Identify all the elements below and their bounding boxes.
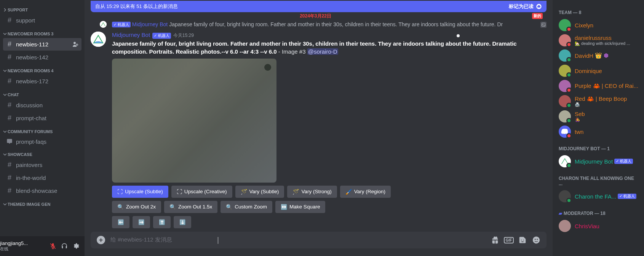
chevron-down-icon — [3, 32, 7, 36]
gift-button[interactable] — [491, 236, 499, 244]
resize-icon: ↔️ — [281, 204, 287, 210]
member-category-mj-bot: MIDJOURNEY BOT — 1 — [556, 139, 641, 154]
settings-button[interactable] — [70, 240, 81, 252]
hash-icon: # — [6, 187, 13, 195]
message: Midjourney Bot ✓ 机器人 今天15:29 Japanese fa… — [85, 29, 547, 228]
chevron-right-icon — [3, 8, 7, 12]
member-purple[interactable]: Purple 🦀 | CEO of Rai... — [556, 78, 641, 94]
bot-tag: ✓ 机器人 — [152, 33, 171, 39]
image-attachment-icon — [540, 22, 547, 28]
member-midjourney-bot[interactable]: Midjourney Bot ✓ 机器人 — [556, 154, 641, 169]
upscale-subtle-button[interactable]: ⛶Upscale (Subtle) — [112, 186, 168, 198]
member-category-team: TEAM — 8 — [556, 3, 641, 17]
new-messages-text: 自从 15:29 以来有 51 条以上的新消息 — [95, 3, 178, 9]
pan-left-button[interactable]: ⬅️ — [112, 216, 129, 228]
channel-newbies-112[interactable]: # newbies-112 — [3, 38, 81, 51]
referenced-avatar — [100, 21, 107, 28]
category-newcomer-4[interactable]: NEWCOMER ROOMS 4 — [0, 64, 85, 75]
channel-prompt-chat[interactable]: # prompt-chat — [3, 112, 81, 124]
channel-newbies-142[interactable]: # newbies-142 — [3, 51, 81, 64]
make-square-button[interactable]: ↔️Make Square — [275, 201, 325, 213]
attach-button[interactable]: + — [97, 236, 105, 244]
category-chat[interactable]: CHAT — [0, 88, 85, 99]
pan-down-button[interactable]: ⬇️ — [174, 216, 191, 228]
member-danielrussruss[interactable]: danielrussruss🏡 dealing with sick/injure… — [556, 33, 641, 48]
category-support[interactable]: SUPPORT — [0, 3, 85, 14]
hash-icon: # — [6, 161, 13, 169]
channel-newbies-172[interactable]: # newbies-172 — [3, 75, 81, 87]
member-dominique[interactable]: Dominique — [556, 63, 641, 78]
deafen-button[interactable] — [59, 240, 70, 252]
message-input[interactable]: 给 #newbies-112 发消息 — [110, 236, 486, 243]
custom-zoom-button[interactable]: 🔍Custom Zoom — [221, 201, 272, 213]
gear-icon — [72, 243, 79, 250]
svg-point-4 — [91, 32, 106, 47]
forum-icon — [6, 138, 13, 145]
new-messages-banner[interactable]: 自从 15:29 以来有 51 条以上的新消息 标记为已读 — [91, 1, 547, 12]
sparkle-icon: 🪄 — [292, 189, 299, 195]
chevron-down-icon — [3, 153, 7, 156]
status-dnd-icon — [566, 133, 572, 138]
upscale-creative-button[interactable]: ⛶Upscale (Creative) — [171, 186, 232, 198]
vary-region-button[interactable]: 🖌️Vary (Region) — [340, 186, 391, 198]
bot-tag: ✓ 机器人 — [618, 194, 636, 199]
zoom-out-1-5x-button[interactable]: 🔍Zoom Out 1.5x — [164, 201, 217, 213]
member-davidh[interactable]: DavidH 👑 ⬢ — [556, 48, 641, 63]
mic-muted-icon — [50, 243, 56, 250]
message-author[interactable]: Midjourney Bot — [112, 32, 150, 38]
message-input-bar: + 给 #newbies-112 发消息 GIF — [91, 232, 547, 248]
vary-subtle-button[interactable]: 🪄Vary (Subtle) — [235, 186, 284, 198]
channel-discussion[interactable]: # discussion — [3, 99, 81, 111]
status-dnd-icon — [566, 27, 572, 32]
hash-icon: # — [6, 40, 13, 48]
pan-up-button[interactable]: ⬆️ — [153, 216, 171, 228]
mark-read-button[interactable]: 标记为已读 — [509, 3, 542, 10]
member-red[interactable]: Red 🦀 | Beep Boop🖨️ — [556, 94, 641, 109]
sticker-button[interactable] — [518, 236, 527, 244]
emoji-button[interactable] — [532, 236, 540, 244]
image-attachment[interactable] — [112, 59, 276, 183]
channel-blend-showcase[interactable]: # blend-showcase — [3, 184, 81, 197]
member-seb[interactable]: Seb👩‍🎤 — [556, 109, 641, 124]
member-list[interactable]: TEAM — 8 Cixelyn danielrussruss🏡 dealing… — [553, 0, 644, 256]
category-community-forums[interactable]: COMMUNITY FORUMS — [0, 125, 85, 135]
member-charon[interactable]: Charon the FA... ✓ 机器人 — [556, 189, 641, 204]
category-themed-image-gen[interactable]: THEMED IMAGE GEN — [0, 197, 85, 208]
gif-button[interactable]: GIF — [505, 236, 513, 244]
member-chrisviau[interactable]: ChrisViau — [556, 218, 641, 234]
user-mention[interactable]: @sorairo-D — [307, 48, 338, 55]
message-list[interactable]: 2024年3月22日新的 ✓ 机器人 Midjourney Bot Japane… — [85, 12, 553, 232]
message-avatar[interactable] — [91, 32, 106, 47]
channel-support[interactable]: # support — [3, 14, 81, 27]
badge-icon: ⬢ — [604, 52, 609, 59]
channel-paintovers[interactable]: # paintovers — [3, 159, 81, 171]
channel-in-the-world[interactable]: # in-the-world — [3, 172, 81, 184]
status-online-icon — [566, 57, 572, 62]
member-cixelyn[interactable]: Cixelyn — [556, 17, 641, 33]
chevron-down-icon — [3, 202, 7, 206]
chevron-down-icon — [3, 130, 7, 134]
create-invite-icon[interactable] — [72, 41, 78, 48]
hash-icon: # — [6, 77, 13, 85]
member-twn[interactable]: twn — [556, 124, 641, 139]
vary-strong-button[interactable]: 🪄Vary (Strong) — [287, 186, 337, 198]
expand-icon: ⛶ — [117, 189, 123, 195]
referenced-message[interactable]: ✓ 机器人 Midjourney Bot Japanese family of … — [85, 20, 547, 29]
gift-icon — [491, 236, 499, 244]
category-newcomer-3[interactable]: NEWCOMER ROOMS 3 — [0, 27, 85, 38]
message-content: Japanese family of four, bright living r… — [112, 40, 540, 56]
zoom-icon: 🔍 — [117, 204, 124, 210]
hash-icon: # — [6, 114, 13, 122]
status-dnd-icon — [566, 42, 572, 47]
referenced-content: Japanese family of four, bright living r… — [169, 21, 538, 29]
brush-icon: 🖌️ — [345, 189, 352, 195]
pan-right-button[interactable]: ➡️ — [133, 216, 150, 228]
category-showcase[interactable]: SHOWCASE — [0, 148, 85, 158]
zoom-out-2x-button[interactable]: 🔍Zoom Out 2x — [112, 201, 161, 213]
mute-mic-button[interactable] — [47, 240, 59, 252]
channel-prompt-faqs[interactable]: prompt-faqs — [3, 136, 81, 147]
svg-point-3 — [543, 24, 543, 24]
status-online-icon — [566, 163, 572, 168]
date-divider: 2024年3月22日新的 — [85, 12, 547, 20]
svg-rect-2 — [542, 23, 545, 26]
